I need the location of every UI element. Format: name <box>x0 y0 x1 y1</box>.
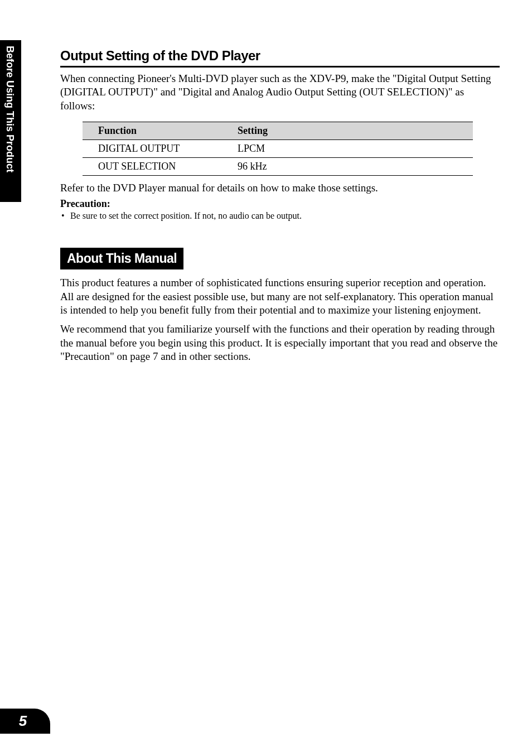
section-heading-wrapper: About This Manual <box>60 221 500 276</box>
table-header-function: Function <box>83 122 222 139</box>
table-header-row: Function Setting <box>83 122 473 139</box>
page-content: Output Setting of the DVD Player When co… <box>60 48 500 369</box>
about-paragraph-1: This product features a number of sophis… <box>60 276 500 317</box>
table-cell-function: OUT SELECTION <box>83 157 222 175</box>
page-number: 5 <box>19 712 27 730</box>
precaution-bullet: Be sure to set the correct position. If … <box>60 211 500 221</box>
settings-table: Function Setting DIGITAL OUTPUT LPCM OUT… <box>83 122 473 176</box>
table-cell-setting: LPCM <box>222 139 473 157</box>
table-cell-function: DIGITAL OUTPUT <box>83 139 222 157</box>
table-cell-setting: 96 kHz <box>222 157 473 175</box>
precaution-label: Precaution: <box>60 198 500 210</box>
section-heading-output-setting: Output Setting of the DVD Player <box>60 48 500 68</box>
side-tab-label: Before Using This Product <box>4 46 16 172</box>
about-paragraph-2: We recommend that you familiarize yourse… <box>60 322 500 363</box>
intro-paragraph: When connecting Pioneer's Multi-DVD play… <box>60 72 500 113</box>
refer-text: Refer to the DVD Player manual for detai… <box>60 181 500 195</box>
table-header-setting: Setting <box>222 122 473 139</box>
section-heading-about-manual: About This Manual <box>60 248 183 269</box>
side-tab: Before Using This Product <box>0 0 21 756</box>
page-number-tab: 5 <box>0 709 50 734</box>
table-row: OUT SELECTION 96 kHz <box>83 157 473 175</box>
precaution-list: Be sure to set the correct position. If … <box>60 211 500 221</box>
table-row: DIGITAL OUTPUT LPCM <box>83 139 473 157</box>
